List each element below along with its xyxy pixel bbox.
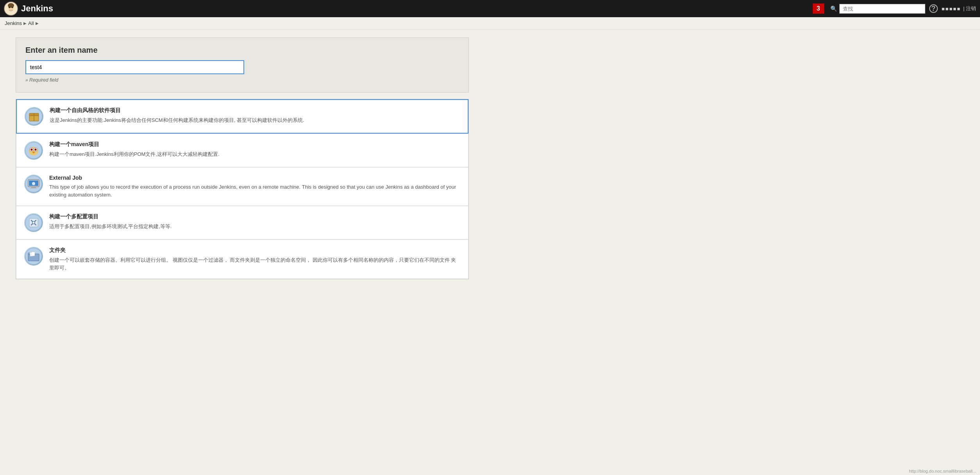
job-type-freestyle-name: 构建一个自由风格的软件项目 — [50, 107, 460, 114]
header: Jenkins 3 🔍 ? ■■■■■ | 注销 — [0, 0, 980, 17]
job-type-maven-icon — [24, 141, 43, 160]
jenkins-logo-icon — [4, 2, 18, 16]
svg-point-23 — [32, 182, 35, 185]
item-name-section: Enter an item name » Required field — [16, 38, 469, 93]
job-type-folder-desc: 创建一个可以嵌套存储的容器。利用它可以进行分组。 视图仅仅是一个过滤器， 而文件… — [49, 256, 460, 271]
breadcrumb: Jenkins ▶ All ▶ — [0, 17, 980, 30]
job-type-multi-desc: 适用于多配置项目,例如多环境测试,平台指定构建,等等. — [49, 223, 460, 230]
svg-rect-34 — [32, 252, 35, 256]
svg-rect-24 — [31, 187, 36, 188]
job-type-freestyle[interactable]: 构建一个自由风格的软件项目 这是Jenkins的主要功能.Jenkins将会结合… — [16, 99, 469, 134]
username-display: ■■■■■ — [942, 6, 961, 12]
job-type-maven-name: 构建一个maven项目 — [49, 141, 460, 148]
job-type-external-icon — [24, 175, 43, 193]
search-icon: 🔍 — [830, 5, 837, 12]
search-container: 🔍 — [830, 4, 925, 14]
job-type-folder[interactable]: 文件夹 创建一个可以嵌套存储的容器。利用它可以进行分组。 视图仅仅是一个过滤器，… — [16, 239, 469, 279]
help-icon: ? — [929, 4, 938, 13]
breadcrumb-jenkins[interactable]: Jenkins — [5, 20, 22, 26]
logout-link[interactable]: | 注销 — [963, 5, 976, 12]
svg-point-3 — [9, 7, 10, 8]
svg-point-18 — [35, 149, 36, 150]
svg-point-5 — [9, 8, 13, 11]
main-content: Enter an item name » Required field 构建一个… — [0, 30, 980, 287]
item-name-title: Enter an item name — [25, 46, 459, 55]
job-type-freestyle-content: 构建一个自由风格的软件项目 这是Jenkins的主要功能.Jenkins将会结合… — [50, 107, 460, 124]
svg-point-30 — [32, 221, 35, 224]
job-types-section: 构建一个自由风格的软件项目 这是Jenkins的主要功能.Jenkins将会结合… — [16, 99, 469, 279]
job-type-freestyle-desc: 这是Jenkins的主要功能.Jenkins将会结合任何SCM和任何构建系统来构… — [50, 116, 460, 124]
svg-point-4 — [12, 7, 13, 8]
job-type-freestyle-icon — [25, 107, 43, 126]
user-section: ■■■■■ | 注销 — [942, 5, 976, 12]
search-input[interactable] — [839, 4, 925, 14]
breadcrumb-sep-1: ▶ — [23, 21, 27, 25]
breadcrumb-all[interactable]: All — [28, 20, 34, 26]
svg-point-17 — [31, 149, 32, 150]
job-type-folder-name: 文件夹 — [49, 247, 460, 254]
help-button[interactable]: ? — [929, 4, 938, 13]
job-type-external-name: External Job — [49, 175, 460, 181]
svg-rect-25 — [30, 188, 37, 189]
job-type-multi-icon — [24, 213, 43, 232]
notification-badge[interactable]: 3 — [813, 4, 824, 14]
breadcrumb-sep-2: ▶ — [36, 21, 39, 25]
jenkins-logo[interactable]: Jenkins — [4, 2, 53, 16]
job-type-multi-content: 构建一个多配置项目 适用于多配置项目,例如多环境测试,平台指定构建,等等. — [49, 213, 460, 230]
job-type-multi[interactable]: 构建一个多配置项目 适用于多配置项目,例如多环境测试,平台指定构建,等等. — [16, 206, 469, 239]
job-type-maven[interactable]: 构建一个maven项目 构建一个maven项目.Jenkins利用你的POM文件… — [16, 134, 469, 167]
job-type-multi-name: 构建一个多配置项目 — [49, 213, 460, 220]
job-type-maven-content: 构建一个maven项目 构建一个maven项目.Jenkins利用你的POM文件… — [49, 141, 460, 158]
job-type-maven-desc: 构建一个maven项目.Jenkins利用你的POM文件,这样可以大大减轻构建配… — [49, 150, 460, 158]
required-field-text: » Required field — [25, 77, 459, 83]
job-type-external[interactable]: External Job This type of job allows you… — [16, 167, 469, 206]
job-type-external-desc: This type of job allows you to record th… — [49, 183, 460, 198]
jenkins-title: Jenkins — [21, 4, 53, 14]
job-type-external-content: External Job This type of job allows you… — [49, 175, 460, 198]
item-name-input[interactable] — [25, 60, 244, 74]
job-type-folder-icon — [24, 247, 43, 266]
job-type-folder-content: 文件夹 创建一个可以嵌套存储的容器。利用它可以进行分组。 视图仅仅是一个过滤器，… — [49, 247, 460, 271]
